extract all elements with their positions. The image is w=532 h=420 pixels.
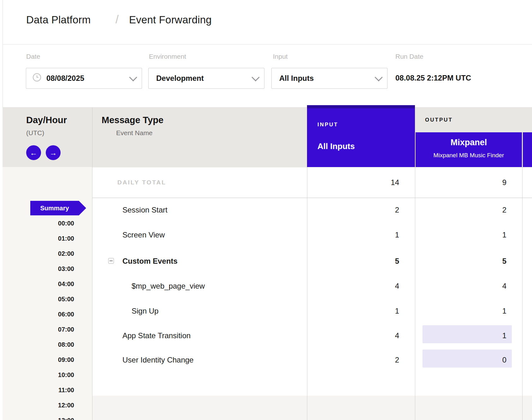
day-hour-header: Day/Hour — [26, 115, 67, 125]
input-count: 1 — [395, 224, 399, 246]
environment-filter-label: Environment — [149, 53, 186, 60]
hour-cell-04[interactable]: 04:00 — [0, 280, 74, 288]
output-count: 4 — [502, 275, 506, 297]
output-count: 1 — [502, 300, 506, 322]
summary-label: Summary — [40, 205, 69, 212]
input-select[interactable]: All Inputs — [271, 68, 387, 89]
table-row-group: Custom Events 5 5 — [92, 250, 532, 273]
output-count: 5 — [502, 250, 506, 273]
header-divider — [3, 44, 532, 45]
breadcrumb-section[interactable]: Data Platform — [26, 14, 91, 26]
output-column-name: Mixpanel — [416, 138, 522, 147]
breadcrumb-separator: / — [115, 13, 119, 26]
input-count: 4 — [395, 275, 399, 297]
event-name-label: User Identity Change — [122, 349, 193, 371]
input-column-name: All Inputs — [317, 141, 355, 151]
event-name-label: App State Transition — [122, 324, 191, 347]
chevron-down-icon — [251, 73, 259, 81]
chevron-down-icon — [129, 73, 137, 81]
daily-total-row: DAILY TOTAL 14 9 — [92, 167, 532, 198]
table-row: User Identity Change 2 0 — [92, 349, 532, 371]
input-column-header[interactable]: INPUT All Inputs — [307, 105, 415, 167]
hour-cell-07[interactable]: 07:00 — [0, 325, 74, 333]
event-name-label: Screen View — [122, 224, 165, 246]
run-date-label: Run Date — [395, 53, 423, 60]
event-name-label: Session Start — [122, 199, 168, 221]
page-title: Event Forwarding — [129, 14, 212, 26]
table-footer-area — [92, 396, 532, 420]
date-filter-label: Date — [26, 53, 40, 60]
hour-cell-10[interactable]: 10:00 — [0, 371, 74, 379]
summary-row-badge[interactable]: Summary — [30, 201, 86, 215]
hour-cell-08[interactable]: 08:00 — [0, 340, 74, 349]
output-column-header[interactable]: Mixpanel Mixpanel MB Music Finder — [416, 132, 522, 167]
event-group-label: Custom Events — [122, 250, 178, 273]
message-type-header: Message Type — [102, 115, 163, 125]
input-column-accent-strip — [307, 105, 415, 108]
daily-total-separator — [92, 198, 532, 198]
date-select[interactable]: 08/08/2025 — [26, 68, 142, 89]
hour-cell-02[interactable]: 02:00 — [0, 249, 74, 258]
next-day-button[interactable]: → — [46, 145, 61, 160]
table-row: Screen View 1 1 — [92, 224, 532, 246]
input-count: 4 — [395, 324, 399, 347]
date-value: 08/08/2025 — [46, 74, 84, 83]
hour-cell-00[interactable]: 00:00 — [0, 219, 74, 227]
output-column-subtitle: Mixpanel MB Music Finder — [416, 152, 522, 159]
chevron-down-icon — [375, 73, 382, 81]
day-hour-subtitle: (UTC) — [26, 129, 44, 137]
input-count: 1 — [395, 300, 399, 322]
output-count: 0 — [502, 349, 506, 371]
output-count: 1 — [502, 224, 506, 246]
event-name-label: Sign Up — [132, 300, 158, 322]
hour-cell-01[interactable]: 01:00 — [0, 234, 74, 243]
environment-select[interactable]: Development — [148, 68, 264, 89]
environment-value: Development — [156, 74, 204, 83]
input-eyebrow: INPUT — [317, 122, 338, 128]
output-count: 2 — [502, 199, 506, 221]
input-count: 2 — [395, 349, 399, 371]
hour-cell-09[interactable]: 09:00 — [0, 356, 74, 364]
arrow-right-icon: → — [50, 149, 57, 157]
hour-cell-12[interactable]: 12:00 — [0, 401, 74, 409]
daily-total-input-value: 14 — [391, 167, 399, 198]
hour-cell-05[interactable]: 05:00 — [0, 295, 74, 303]
arrow-left-icon: ← — [30, 149, 38, 157]
hour-cell-13[interactable]: 13:00 — [0, 416, 74, 420]
event-forwarding-page: Data Platform / Event Forwarding Date En… — [0, 0, 532, 420]
prev-day-button[interactable]: ← — [26, 145, 41, 160]
output-count: 1 — [502, 324, 506, 347]
table-row: App State Transition 4 1 — [92, 324, 532, 347]
hour-cell-03[interactable]: 03:00 — [0, 265, 74, 273]
input-count: 2 — [395, 199, 399, 221]
daily-total-label: DAILY TOTAL — [117, 167, 166, 198]
next-output-column-partial — [523, 132, 532, 167]
table-row: $mp_web_page_view 4 4 — [92, 275, 532, 297]
output-eyebrow: OUTPUT — [425, 117, 453, 123]
message-type-subtitle: Event Name — [116, 129, 153, 137]
collapse-minus-icon[interactable] — [108, 258, 114, 264]
table-row: Session Start 2 2 — [92, 199, 532, 221]
input-filter-label: Input — [273, 53, 288, 60]
daily-total-output-value: 9 — [502, 167, 506, 198]
event-name-label: $mp_web_page_view — [132, 275, 205, 297]
hour-cell-11[interactable]: 11:00 — [0, 386, 74, 394]
run-date-value: 08.08.25 2:12PM UTC — [395, 74, 471, 82]
input-count: 5 — [395, 250, 399, 273]
input-value: All Inputs — [279, 74, 314, 83]
table-row: Sign Up 1 1 — [92, 300, 532, 322]
hour-cell-06[interactable]: 06:00 — [0, 310, 74, 318]
clock-icon — [33, 73, 41, 83]
